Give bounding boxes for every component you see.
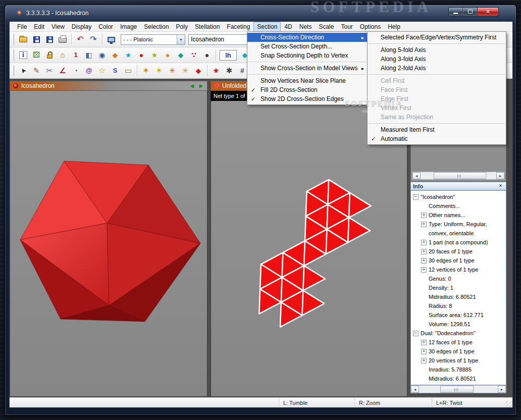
info-tree-item-dual-dodecahedron[interactable]: −Dual: "Dodecahedron"	[411, 329, 506, 338]
menubar-item-scale[interactable]: Scale	[315, 22, 337, 32]
icosahedron-3d-graphic[interactable]	[10, 91, 207, 396]
save-image-icon[interactable]	[43, 33, 56, 45]
collapse-icon[interactable]: −	[413, 331, 419, 336]
info-tree-item-comments[interactable]: Comments...	[411, 201, 506, 211]
curve-icon[interactable]: S	[109, 65, 121, 77]
expand-icon[interactable]: +	[421, 222, 427, 227]
info-tree-item-surface-area-612-771[interactable]: Surface area: 612.771	[411, 310, 506, 320]
expand-icon[interactable]: +	[421, 349, 427, 354]
print-icon[interactable]	[57, 33, 69, 45]
menubar-item-section[interactable]: Section	[253, 22, 281, 32]
minimize-button[interactable]	[448, 7, 463, 16]
star-outline-icon[interactable]: ☆	[96, 65, 108, 77]
info-tree-item-other-names[interactable]: +Other names...	[411, 211, 506, 220]
menu-item-show-vertices-near-slice-plane[interactable]: Show Vertices Near Slice Plane	[247, 76, 367, 85]
eye-icon[interactable]: ◉	[96, 49, 108, 61]
dice-icon[interactable]: ⚄	[30, 49, 42, 61]
expand-icon[interactable]: +	[421, 213, 427, 218]
scrollbar-thumb[interactable]	[434, 172, 486, 179]
next-view-button[interactable]: ►	[197, 82, 205, 89]
pencil-icon[interactable]: ✎	[30, 65, 42, 77]
maximize-button[interactable]	[463, 7, 478, 16]
red-dots-icon[interactable]: ∵	[188, 49, 200, 61]
scroll-right-button[interactable]: ►	[496, 172, 504, 179]
asterisk-icon[interactable]: ✱	[223, 65, 235, 77]
undo-icon[interactable]: ↶	[74, 33, 86, 45]
scrollbar-track[interactable]	[421, 172, 496, 179]
menu-item-set-cross-section-depth[interactable]: Set Cross-Section Depth...	[247, 42, 367, 51]
view-arrangement-icon[interactable]	[105, 33, 117, 45]
menu-item-show-cross-section-in-model-views[interactable]: Show Cross-Section in Model Views▸	[247, 64, 367, 73]
menu-item-along-3-fold-axis[interactable]: Along 3-fold Axis	[368, 55, 506, 64]
save-file-icon[interactable]	[30, 33, 42, 45]
menubar-item-image[interactable]: Image	[117, 22, 140, 32]
menubar-item-display[interactable]: Display	[68, 22, 95, 32]
net-viewport[interactable]	[211, 101, 407, 397]
menu-item-along-5-fold-axis[interactable]: Along 5-fold Axis	[368, 45, 506, 55]
yellow-star-icon[interactable]: ★	[148, 49, 161, 61]
select-cursor-icon[interactable]: ➤	[17, 65, 29, 77]
red-star-icon[interactable]: ★	[210, 65, 222, 77]
menu-item-along-2-fold-axis[interactable]: Along 2-fold Axis	[368, 64, 506, 73]
red-polyhedron-icon[interactable]: ◆	[192, 65, 204, 77]
scrollbar-track[interactable]	[419, 386, 498, 393]
menu-item-cross-section-direction[interactable]: Cross-Section Direction▸	[247, 33, 367, 42]
info-tree-item-1-part-not-a-compound[interactable]: +1 part (not a compound)	[411, 238, 506, 247]
expand-icon[interactable]: +	[421, 358, 427, 363]
info-tree-item-20-vertices-of-1-type[interactable]: +20 vertices of 1 type	[411, 356, 506, 365]
menubar-item-file[interactable]: File	[14, 22, 30, 32]
collapse-icon[interactable]: −	[413, 194, 419, 200]
resize-grip[interactable]	[506, 401, 512, 407]
menu-item-measured-item-first[interactable]: Measured Item First	[368, 125, 506, 134]
info-tree-item-radius-8[interactable]: Radius: 8	[411, 301, 506, 310]
info-tree-item-midradius-6-80521[interactable]: Midradius: 6.80521	[411, 292, 506, 301]
info-tree-item-20-faces-of-1-type[interactable]: +20 faces of 1 type	[411, 247, 506, 256]
yellow-burst-icon[interactable]: ✳	[179, 65, 191, 77]
scroll-right-button[interactable]: ►	[498, 386, 506, 393]
menubar-item-poly[interactable]: Poly	[173, 22, 191, 32]
menu-item-automatic[interactable]: ✓Automatic	[368, 134, 506, 143]
info-tree-item-12-vertices-of-1-type[interactable]: +12 vertices of 1 type	[411, 265, 506, 274]
toolbar-drag-handle[interactable]	[13, 34, 14, 45]
spiral-icon[interactable]: @	[83, 65, 95, 77]
info-tree-item-genus-0[interactable]: Genus: 0	[411, 274, 506, 283]
mirror-icon[interactable]: ◧	[83, 49, 95, 61]
scrollbar-thumb[interactable]	[440, 386, 474, 393]
info-tree-item-volume-1298-51[interactable]: Volume: 1298.51	[411, 320, 506, 329]
menubar-item-view[interactable]: View	[48, 22, 68, 32]
padlock-icon[interactable]	[43, 49, 56, 61]
menu-item-snap-sectioning-depth-to-vertex[interactable]: Snap Sectioning Depth to Vertex	[247, 51, 367, 60]
info-tree-item-12-faces-of-1-type[interactable]: +12 faces of 1 type	[411, 338, 506, 347]
info-close-button[interactable]: ✕	[497, 183, 504, 189]
menu-item-fill-2d-cross-section[interactable]: ✓Fill 2D Cross-Section	[247, 85, 367, 94]
orange-star-polyhedron-icon[interactable]: ✶	[140, 65, 152, 77]
expand-icon[interactable]: +	[421, 267, 427, 273]
measurements-hscrollbar[interactable]: ◄ ►	[412, 172, 505, 180]
menubar-item-faceting[interactable]: Faceting	[223, 22, 253, 32]
yellow-star-polyhedron-icon[interactable]: ✶	[153, 65, 165, 77]
info-tree-item-30-edges-of-1-type[interactable]: +30 edges of 1 type	[411, 256, 506, 265]
info-tree-item-midradius-6-80521[interactable]: Midradius: 6.80521	[411, 374, 506, 383]
expand-icon[interactable]: +	[421, 340, 427, 345]
menubar-item-stellation[interactable]: Stellation	[191, 22, 223, 32]
previous-view-button[interactable]: ◄	[188, 82, 196, 89]
red-sphere-icon[interactable]: ●	[135, 49, 147, 61]
toolbar-drag-handle[interactable]	[13, 65, 14, 76]
orange-polyhedron-icon[interactable]: ◆	[109, 49, 121, 61]
scissors-icon[interactable]: ✂	[43, 65, 56, 77]
orange-burst-icon[interactable]: ✳	[166, 65, 178, 77]
teal-polyhedron-icon[interactable]: ◆	[175, 49, 187, 61]
info-icon[interactable]: i	[17, 49, 29, 61]
menubar-item-options[interactable]: Options	[356, 22, 384, 32]
menubar-item-edit[interactable]: Edit	[30, 22, 48, 32]
menubar-item-help[interactable]: Help	[384, 22, 404, 32]
ruler-icon[interactable]: ▭	[122, 65, 134, 77]
title-bar[interactable]: ✶ 3.3.3.3.3 - Icosahedron ✕	[5, 5, 516, 21]
expand-icon[interactable]: +	[421, 258, 427, 264]
info-tree-item-type-uniform-regular[interactable]: +Type: Uniform, Regular,	[411, 220, 506, 229]
model-3d-viewport[interactable]	[10, 91, 207, 397]
menu-item-selected-face-edge-vertex-symmetry-first[interactable]: Selected Face/Edge/Vertex/Symmetry First	[368, 33, 506, 42]
expand-icon[interactable]: +	[421, 240, 427, 245]
angle-measure-icon[interactable]: ∠	[57, 65, 69, 77]
info-tree-item-density-1[interactable]: Density: 1	[411, 283, 506, 292]
